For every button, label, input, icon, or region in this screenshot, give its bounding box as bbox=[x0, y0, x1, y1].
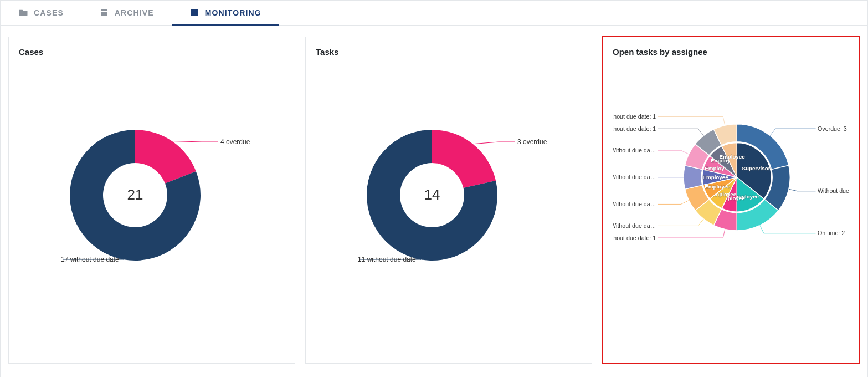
svg-text:Without due da…: Without due da… bbox=[613, 174, 656, 180]
assignee-sunburst-svg: SupervisorEmployeeEmployeeEmployeeEmploy… bbox=[613, 62, 849, 273]
card-open-tasks-by-assignee: Open tasks by assignee SupervisorEmploye… bbox=[602, 37, 860, 364]
tab-label: ARCHIVE bbox=[115, 8, 154, 17]
tab-archive[interactable]: ARCHIVE bbox=[81, 1, 172, 25]
svg-text:Employee: Employee bbox=[720, 154, 746, 160]
svg-text:11 without due date: 11 without due date bbox=[358, 256, 416, 263]
svg-text:Without due date: 1: Without due date: 1 bbox=[613, 113, 656, 120]
dashboard-content: Cases 214 overdue17 without due date Tas… bbox=[1, 26, 867, 377]
card-title: Open tasks by assignee bbox=[613, 47, 849, 57]
cases-donut-chart[interactable]: 214 overdue17 without due date bbox=[19, 62, 285, 306]
svg-text:14: 14 bbox=[424, 186, 440, 203]
svg-text:Supervisor: Supervisor bbox=[742, 165, 770, 171]
tasks-donut-chart[interactable]: 143 overdue11 without due date bbox=[316, 62, 582, 306]
cases-donut-svg: 214 overdue17 without due date bbox=[19, 62, 285, 306]
card-cases: Cases 214 overdue17 without due date bbox=[8, 37, 295, 364]
folder-icon bbox=[18, 8, 28, 18]
stats-icon bbox=[189, 8, 199, 18]
nav-tabs: CASES ARCHIVE MONITORING bbox=[1, 1, 867, 26]
svg-text:Without due date: 1: Without due date: 1 bbox=[613, 235, 656, 241]
svg-text:On time: 2: On time: 2 bbox=[818, 230, 845, 236]
card-title: Cases bbox=[19, 47, 285, 57]
svg-text:Without due da…: Without due da… bbox=[613, 201, 656, 207]
svg-text:21: 21 bbox=[127, 186, 143, 203]
archive-icon bbox=[99, 8, 109, 18]
assignee-sunburst-chart[interactable]: SupervisorEmployeeEmployeeEmployeeEmploy… bbox=[613, 62, 849, 273]
svg-text:Without due date: 1: Without due date: 1 bbox=[613, 125, 656, 132]
svg-text:17 without due date: 17 without due date bbox=[61, 256, 119, 263]
tab-cases[interactable]: CASES bbox=[1, 1, 81, 25]
svg-text:Without due da…: Without due da… bbox=[818, 187, 849, 194]
tab-label: CASES bbox=[34, 8, 64, 17]
svg-text:Overdue: 3: Overdue: 3 bbox=[818, 125, 847, 132]
card-title: Tasks bbox=[316, 47, 582, 57]
tab-label: MONITORING bbox=[205, 8, 261, 17]
card-tasks: Tasks 143 overdue11 without due date bbox=[305, 37, 592, 364]
svg-text:Employee: Employee bbox=[702, 174, 728, 180]
svg-text:Without due da…: Without due da… bbox=[613, 222, 656, 229]
svg-text:Without due da…: Without due da… bbox=[613, 147, 656, 154]
tab-monitoring[interactable]: MONITORING bbox=[172, 1, 279, 25]
tasks-donut-svg: 143 overdue11 without due date bbox=[316, 62, 582, 306]
svg-text:Employee: Employee bbox=[705, 184, 731, 190]
svg-text:4 overdue: 4 overdue bbox=[220, 138, 250, 146]
page-root: CASES ARCHIVE MONITORING Cases 214 overd… bbox=[0, 0, 868, 377]
svg-text:3 overdue: 3 overdue bbox=[517, 138, 547, 146]
